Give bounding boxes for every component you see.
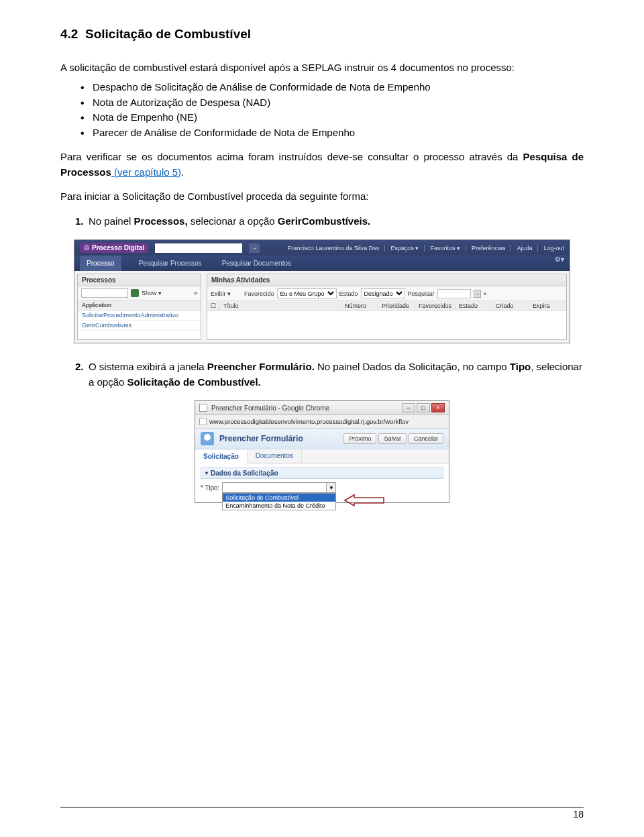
text: selecionar a opção <box>188 215 278 227</box>
atividades-panel: Minhas Atividades Exibir ▾ Favorecido Eu… <box>207 274 567 340</box>
section-heading: 4.2 Solicitação de Combustível <box>60 27 584 42</box>
page-icon <box>199 418 207 425</box>
chevron-down-icon: ▾ <box>205 470 208 476</box>
tab-pesquisar-documentos[interactable]: Pesquisar Documentos <box>219 256 294 271</box>
gear-icon[interactable]: ⚙▾ <box>555 256 564 271</box>
proximo-button[interactable]: Próximo <box>343 433 376 444</box>
panel-title: Processos <box>78 274 201 286</box>
table-body-empty <box>207 311 566 339</box>
page-footer: 18 <box>60 807 584 820</box>
col-estado[interactable]: Estado <box>455 301 492 311</box>
panel-toolbar: Show ▾ » <box>78 286 201 300</box>
subtab-solicitacao[interactable]: Solicitação <box>195 450 248 463</box>
brand-text: Processo Digital <box>92 244 144 252</box>
footer-rule <box>60 807 584 807</box>
section-number: 4.2 <box>60 27 78 41</box>
search-go-button[interactable]: → <box>249 243 260 253</box>
form-section: ▾ Dados da Solicitação * Tipo: ▼ Solicit… <box>195 463 449 502</box>
tab-processo[interactable]: Processo <box>80 256 121 271</box>
tipo-label: * Tipo: <box>201 484 219 492</box>
current-user[interactable]: Francisco Laurentino da Silva Dsv <box>282 245 380 252</box>
filter-input[interactable] <box>81 288 128 298</box>
screenshot-processo-digital: ❂Processo Digital → Francisco Laurentino… <box>74 239 570 343</box>
step-number: 2. <box>75 359 84 375</box>
top-link[interactable]: Log-out <box>537 245 564 252</box>
processos-panel: Processos Show ▾ » Application Solicitar… <box>77 274 201 340</box>
top-link[interactable]: Favoritos ▾ <box>424 245 460 252</box>
text-bold: GerirCombustíveis. <box>278 215 370 227</box>
close-button[interactable]: × <box>431 403 445 412</box>
bullet-item: Nota de Empenho (NE) <box>80 110 584 125</box>
list-item-gerircombustiveis[interactable]: GerirCombustiveis <box>78 321 201 331</box>
exibir-dropdown[interactable]: Exibir ▾ <box>211 290 231 297</box>
expand-icon[interactable]: » <box>194 290 197 296</box>
section-title-text: Solicitação de Combustível <box>85 27 251 41</box>
option-solicitacao-combustivel[interactable]: Solicitação de Combustível <box>223 494 335 502</box>
dropdown-options: Solicitação de Combustível Encaminhament… <box>222 493 336 510</box>
chapter-5-link[interactable]: (ver capítulo 5) <box>111 166 181 178</box>
verify-paragraph: Para verificar se os documentos acima fo… <box>60 150 584 180</box>
app-logo[interactable]: ❂Processo Digital <box>80 243 148 253</box>
text-bold: Tipo <box>510 361 531 372</box>
salvar-button[interactable]: Salvar <box>378 433 407 444</box>
bullet-item: Parecer de Análise de Conformidade de No… <box>80 125 584 141</box>
form-header: Preencher Formulário Próximo Salvar Canc… <box>195 429 449 449</box>
option-encaminhamento-nota[interactable]: Encaminhamento da Nota de Crédito <box>223 502 335 510</box>
text-bold: Solicitação de Combustível. <box>127 376 261 388</box>
section-header[interactable]: ▾ Dados da Solicitação <box>201 467 443 479</box>
estado-select[interactable]: Designado <box>361 288 405 298</box>
address-bar[interactable]: www.processodigitaldesenvolvimento.proce… <box>195 415 449 429</box>
annotation-arrow <box>345 494 392 512</box>
favorecido-label: Favorecido <box>244 290 274 297</box>
dropdown-selected[interactable]: ▼ <box>222 482 336 493</box>
tipo-dropdown[interactable]: ▼ Solicitação de Combustível Encaminhame… <box>222 482 336 493</box>
top-link[interactable]: Espaços ▾ <box>384 245 419 252</box>
bullet-item: Nota de Autorização de Despesa (NAD) <box>80 95 584 111</box>
browser-titlebar: Preencher Formulário - Google Chrome – □… <box>195 401 449 415</box>
table-header-row: ☐ Título Número Prioridade Favorecidos E… <box>207 301 566 311</box>
section-title: Dados da Solicitação <box>211 469 278 477</box>
col-check[interactable]: ☐ <box>207 301 220 311</box>
step-1: 1. No painel Processos, selecionar a opç… <box>75 214 584 229</box>
list-header: Application <box>78 300 201 311</box>
favorecido-select[interactable]: Eu e Meu Grupo <box>277 288 337 298</box>
document-bullet-list: Despacho de Solicitação de Análise de Co… <box>60 80 584 140</box>
bullet-item: Despacho de Solicitação de Análise de Co… <box>80 80 584 95</box>
list-item[interactable]: SolicitarProcedimentoAdministrativo <box>78 311 201 321</box>
col-prioridade[interactable]: Prioridade <box>378 301 415 311</box>
show-dropdown[interactable]: Show ▾ <box>142 290 162 296</box>
top-link[interactable]: Preferências <box>466 245 506 252</box>
text: No painel <box>89 215 134 227</box>
cancelar-button[interactable]: Cancelar <box>409 433 443 444</box>
tipo-field-row: * Tipo: ▼ Solicitação de Combustível Enc… <box>201 482 443 493</box>
col-numero[interactable]: Número <box>341 301 378 311</box>
caret-icon: ▼ <box>326 483 335 492</box>
global-search-input[interactable] <box>155 243 242 253</box>
step-number: 1. <box>75 214 84 229</box>
form-subtabs: Solicitação Documentos <box>195 449 449 463</box>
maximize-button[interactable]: □ <box>417 403 430 412</box>
play-icon[interactable] <box>131 289 139 297</box>
window-buttons: – □ × <box>402 403 445 412</box>
col-criado[interactable]: Criado <box>492 301 529 311</box>
user-icon <box>201 432 214 445</box>
window-title: Preencher Formulário - Google Chrome <box>211 404 398 412</box>
steps-list-2: 2. O sistema exibirá a janela Preencher … <box>60 359 584 390</box>
top-right-links: Francisco Laurentino da Silva Dsv Espaço… <box>282 245 564 252</box>
pesquisar-input[interactable] <box>437 289 471 298</box>
col-titulo[interactable]: Título <box>220 301 341 311</box>
minimize-button[interactable]: – <box>402 403 415 412</box>
col-favorecidos[interactable]: Favorecidos <box>415 301 455 311</box>
text: O sistema exibirá a janela <box>89 361 207 372</box>
expand-icon[interactable]: » <box>484 290 487 297</box>
search-go-button[interactable]: → <box>474 290 481 298</box>
tab-pesquisar-processos[interactable]: Pesquisar Processos <box>136 256 205 271</box>
subtab-documentos[interactable]: Documentos <box>248 449 302 463</box>
estado-label: Estado <box>339 290 358 297</box>
sun-icon: ❂ <box>84 244 89 252</box>
pesquisar-label: Pesquisar <box>408 290 435 297</box>
app-topbar: ❂Processo Digital → Francisco Laurentino… <box>74 240 570 256</box>
top-link[interactable]: Ajuda <box>511 245 532 252</box>
screenshot-preencher-formulario: Preencher Formulário - Google Chrome – □… <box>195 400 449 503</box>
col-expira[interactable]: Expira <box>529 301 566 311</box>
